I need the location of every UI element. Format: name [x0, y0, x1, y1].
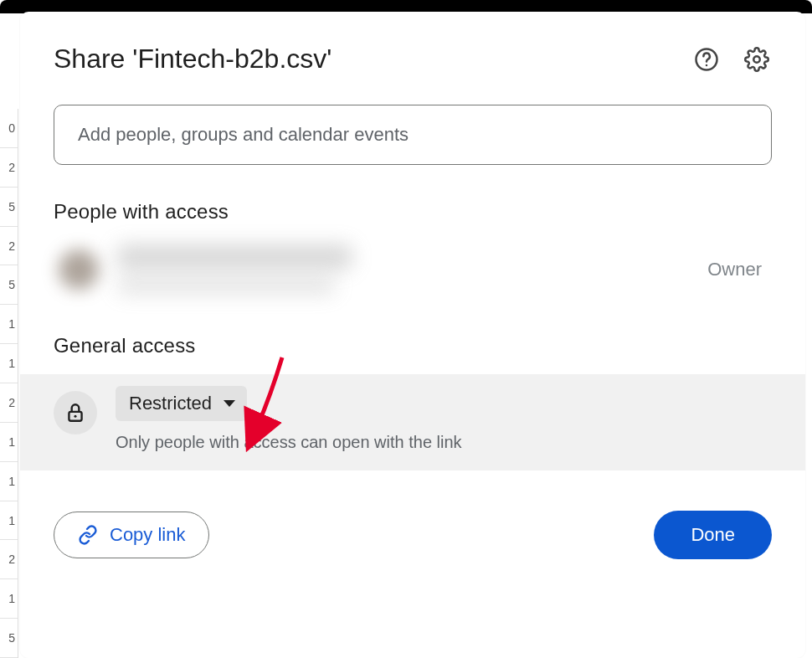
dialog-header: Share 'Fintech-b2b.csv' [54, 44, 772, 75]
svg-point-2 [753, 56, 760, 63]
avatar [59, 249, 99, 290]
access-level-dropdown[interactable]: Restricted [116, 386, 247, 421]
general-access-panel: Restricted Only people with access can o… [20, 374, 805, 470]
dialog-title: Share 'Fintech-b2b.csv' [54, 44, 331, 75]
done-button[interactable]: Done [654, 511, 772, 559]
row-number: 2 [0, 383, 18, 423]
copy-link-button[interactable]: Copy link [54, 511, 209, 558]
people-with-access-heading: People with access [54, 200, 772, 224]
copy-link-label: Copy link [110, 524, 185, 546]
person-row: Owner [54, 240, 772, 299]
svg-point-1 [706, 64, 708, 66]
add-people-input[interactable] [54, 105, 772, 165]
row-number: 1 [0, 423, 18, 462]
general-access-heading: General access [54, 334, 772, 357]
row-number: 1 [0, 579, 18, 619]
header-actions [691, 44, 772, 75]
row-number: 1 [0, 344, 18, 383]
row-number: 1 [0, 501, 18, 541]
access-level-label: Restricted [129, 393, 212, 414]
help-icon[interactable] [691, 44, 722, 75]
row-number: 5 [0, 619, 18, 658]
lock-icon [54, 391, 97, 434]
share-dialog: Share 'Fintech-b2b.csv' People with acce… [20, 12, 805, 658]
backdrop: 0 2 5 2 5 1 1 2 1 1 1 2 1 5 Share 'Finte… [0, 0, 812, 658]
access-description: Only people with access can open with th… [116, 433, 772, 452]
row-number: 5 [0, 265, 18, 305]
spreadsheet-row-gutter: 0 2 5 2 5 1 1 2 1 1 1 2 1 5 [0, 109, 18, 658]
chevron-down-icon [224, 400, 235, 407]
person-name-redacted [117, 245, 352, 269]
row-number: 5 [0, 188, 18, 227]
dialog-footer: Copy link Done [54, 511, 772, 559]
row-number: 1 [0, 462, 18, 501]
row-number: 2 [0, 227, 18, 266]
person-role: Owner [707, 259, 762, 280]
row-number: 2 [0, 148, 18, 188]
svg-point-4 [74, 415, 76, 418]
row-number: 1 [0, 305, 18, 344]
person-email-redacted [117, 277, 335, 294]
settings-icon[interactable] [742, 44, 772, 75]
row-number: 2 [0, 540, 18, 579]
row-number: 0 [0, 109, 18, 148]
link-icon [78, 525, 98, 545]
